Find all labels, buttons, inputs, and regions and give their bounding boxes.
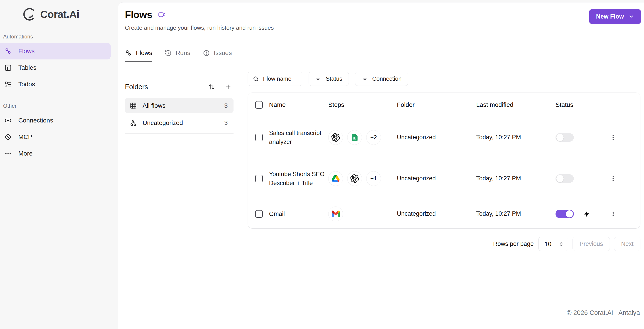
status-cell [556,132,640,143]
sidebar-item-tables[interactable]: Tables [0,60,110,76]
next-page-button[interactable]: Next [614,237,640,251]
page-title: Flows [125,9,152,20]
rows-per-page-value: 10 [544,240,551,248]
rows-per-page-select[interactable]: 10 [538,237,568,251]
row-checkbox[interactable] [255,210,263,218]
video-icon[interactable] [158,11,166,19]
new-flow-label: New Flow [596,13,624,20]
gmail-icon [328,206,343,221]
brand-logo: Corat.Ai [23,6,118,22]
kebab-icon [612,210,614,218]
pagination: Rows per page 10 Previous Next [248,237,640,251]
steps-cell: +2 [328,130,397,145]
right-column: Status Connection Name Steps Folder Last… [248,38,640,251]
sidebar-item-label: More [18,150,32,157]
tab-runs[interactable]: Runs [165,50,190,62]
google-drive-icon [328,171,343,186]
rows-per-page-label: Rows per page [493,240,534,248]
folder-label: All flows [142,102,166,109]
column-header-folder: Folder [397,101,476,108]
workflow-icon [4,48,12,55]
sidebar-item-label: Flows [18,48,35,55]
last-modified-cell: Today, 10:27 PM [476,175,556,182]
column-header-steps: Steps [328,101,397,108]
google-sheets-icon [347,130,362,145]
folder-count: 3 [224,102,228,109]
content-area: Flows Runs Issues Folders [118,38,644,251]
filter-icon [315,76,321,82]
folder-label: Uncategorized [142,119,183,126]
folder-item-all-flows[interactable]: All flows 3 [125,98,234,113]
column-header-status: Status [556,101,640,108]
folder-count: 3 [224,119,228,126]
last-modified-cell: Today, 10:27 PM [476,134,556,141]
row-menu-button[interactable] [611,208,616,220]
plus-icon [224,83,232,90]
toggle-knob [556,175,564,182]
row-menu-button[interactable] [611,132,616,143]
ellipsis-icon [4,150,12,157]
new-flow-button[interactable]: New Flow [589,9,641,24]
filter-icon [362,76,368,82]
sidebar-item-connections[interactable]: Connections [0,112,110,129]
flow-name: Youtube Shorts SEO Describer + Title [269,170,325,188]
sidebar-item-label: Tables [18,64,36,71]
table-row[interactable]: Sales call transcript analyzer +2 Uncate… [248,117,640,158]
row-menu-button[interactable] [611,173,616,184]
select-all-checkbox[interactable] [255,101,263,108]
openai-icon [347,171,362,186]
flow-name: Gmail [269,210,325,218]
row-checkbox[interactable] [255,175,263,182]
sidebar-section-automations: Automations [3,34,118,40]
flow-enabled-toggle[interactable] [556,174,574,183]
flow-name: Sales call transcript analyzer [269,128,325,146]
table-header-row: Name Steps Folder Last modified Status [248,93,640,117]
search-input[interactable] [263,75,297,82]
sidebar-item-mcp[interactable]: MCP [0,129,110,145]
kebab-icon [612,133,614,142]
status-cell [556,208,640,220]
openai-icon [328,130,343,145]
kebab-icon [612,174,614,183]
page-header: Flows Create and manage your flows, run … [118,2,644,38]
page-subtitle: Create and manage your flows, run histor… [125,24,637,31]
filter-bar: Status Connection [248,72,640,86]
toggle-knob [556,134,564,141]
alert-circle-icon [203,50,210,56]
steps-cell: +1 [328,171,397,186]
folders-heading: Folders [125,83,148,91]
connection-filter-button[interactable]: Connection [355,72,408,86]
row-checkbox[interactable] [255,134,263,141]
flow-enabled-toggle[interactable] [556,133,574,142]
sidebar-item-label: MCP [18,134,32,140]
updown-stepper-icon [558,241,564,247]
left-column: Flows Runs Issues Folders [125,38,234,251]
history-icon [165,50,172,56]
sidebar-item-more[interactable]: More [0,145,110,162]
table-row[interactable]: Youtube Shorts SEO Describer + Title +1 … [248,158,640,199]
sidebar-item-flows[interactable]: Flows [0,43,110,60]
main-content: Flows Create and manage your flows, run … [118,2,644,329]
folder-item-uncategorized[interactable]: Uncategorized 3 [125,115,234,130]
folder-cell: Uncategorized [397,210,476,217]
tab-issues[interactable]: Issues [203,50,232,62]
flow-enabled-toggle[interactable] [556,210,574,218]
more-steps-badge: +2 [366,130,381,145]
sidebar-item-label: Todos [18,81,35,88]
sidebar-item-label: Connections [18,117,53,124]
column-header-name: Name [269,101,328,108]
sidebar-section-other: Other [3,103,118,109]
add-folder-button[interactable] [224,83,232,90]
sort-folders-button[interactable] [208,83,215,90]
sidebar-item-todos[interactable]: Todos [0,76,110,92]
flow-name-search[interactable] [248,72,302,86]
previous-page-button[interactable]: Previous [572,237,610,251]
tab-flows[interactable]: Flows [125,50,152,62]
tab-label: Flows [136,50,152,56]
todo-list-icon [4,81,12,88]
folders-header: Folders [125,83,234,91]
status-filter-button[interactable]: Status [308,72,349,86]
workflow-icon [125,50,132,56]
table-row[interactable]: Gmail Uncategorized Today, 10:27 PM [248,199,640,228]
hierarchy-icon [130,119,137,126]
